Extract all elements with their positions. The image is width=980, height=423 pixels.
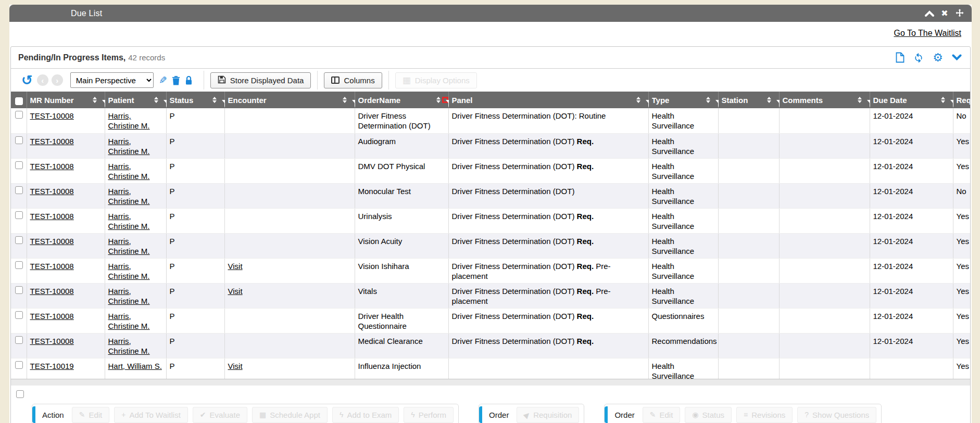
perspective-select[interactable]: Main Perspective	[70, 72, 154, 88]
nav-forward-button[interactable]: ›	[52, 74, 63, 86]
horizontal-scrollbar[interactable]	[11, 379, 970, 386]
row-checkbox[interactable]	[15, 211, 23, 219]
row-checkbox[interactable]	[15, 111, 23, 119]
columns-button[interactable]: Columns	[324, 72, 382, 88]
patient-link[interactable]: Harris, Christine M.	[108, 212, 150, 230]
trash-icon[interactable]	[172, 75, 180, 85]
column-header-mr-number[interactable]: MR Number	[27, 92, 105, 108]
cell-station	[718, 133, 779, 158]
gear-icon[interactable]: ⚙	[933, 53, 943, 63]
sort-icon[interactable]	[941, 97, 945, 103]
row-checkbox[interactable]	[15, 261, 23, 269]
button-label: Edit	[659, 411, 673, 419]
row-checkbox[interactable]	[15, 186, 23, 194]
mr-number-link[interactable]: TEST-10008	[30, 312, 74, 321]
mr-number-link[interactable]: TEST-10008	[30, 162, 74, 171]
column-header-status[interactable]: Status	[166, 92, 224, 108]
visit-link[interactable]: Visit	[228, 362, 243, 370]
sort-icon[interactable]	[858, 97, 862, 103]
close-icon[interactable]: ✖	[940, 9, 949, 18]
sort-icon[interactable]	[767, 97, 771, 103]
patient-link[interactable]: Harris, Christine M.	[108, 287, 150, 305]
row-checkbox[interactable]	[15, 161, 23, 169]
column-header-ordername[interactable]: OrderName	[355, 92, 448, 108]
cell-status: P	[166, 183, 224, 208]
select-all-footer-checkbox[interactable]	[16, 390, 24, 398]
patient-link[interactable]: Harris, Christine M.	[108, 162, 150, 181]
row-checkbox[interactable]	[15, 286, 23, 294]
sort-icon[interactable]	[343, 97, 347, 103]
undo-icon[interactable]: ↺	[21, 73, 33, 87]
show-questions-button[interactable]: ?Show Questions	[797, 407, 876, 423]
patient-link[interactable]: Harris, Christine M.	[108, 187, 150, 206]
sort-icon[interactable]	[636, 97, 640, 103]
column-header-patient[interactable]: Patient	[105, 92, 166, 108]
evaluate-button[interactable]: ✔Evaluate	[193, 407, 247, 423]
collapse-icon[interactable]	[925, 9, 934, 18]
mr-number-link[interactable]: TEST-10008	[30, 111, 74, 120]
row-checkbox[interactable]	[15, 236, 23, 244]
go-to-waitlist-link[interactable]: Go To The Waitlist	[894, 29, 961, 37]
mr-number-link[interactable]: TEST-10008	[30, 187, 74, 196]
select-all-checkbox[interactable]	[15, 97, 23, 105]
mr-number-link[interactable]: TEST-10008	[30, 262, 74, 271]
patient-link[interactable]: Harris, Christine M.	[108, 262, 150, 280]
add-to-exam-button[interactable]: ϟAdd to Exam	[332, 407, 399, 423]
sort-icon[interactable]	[436, 97, 441, 103]
cell-patient: Harris, Christine M.	[105, 233, 166, 258]
status-button[interactable]: ◉Status	[685, 407, 732, 423]
store-displayed-data-button[interactable]: Store Displayed Data	[210, 72, 311, 88]
patient-link[interactable]: Hart, William S.	[108, 362, 162, 370]
mr-number-link[interactable]: TEST-10008	[30, 237, 74, 246]
mr-number-link[interactable]: TEST-10008	[30, 287, 74, 296]
pencil-icon[interactable]: ✎	[159, 74, 167, 86]
mr-number-link[interactable]: TEST-10008	[30, 212, 74, 221]
revisions-button[interactable]: ≡Revisions	[736, 407, 793, 423]
mr-number-link[interactable]: TEST-10008	[30, 137, 74, 146]
lock-icon[interactable]	[185, 75, 193, 85]
row-checkbox[interactable]	[15, 361, 23, 369]
column-header-type[interactable]: Type	[648, 92, 718, 108]
patient-link[interactable]: Harris, Christine M.	[108, 337, 150, 355]
patient-link[interactable]: Harris, Christine M.	[108, 137, 150, 156]
refresh-icon[interactable]	[913, 53, 924, 63]
schedule-appt-button[interactable]: ▦Schedule Appt	[252, 407, 328, 423]
chevron-down-icon[interactable]	[952, 54, 962, 61]
nav-back-button[interactable]: ‹	[37, 74, 48, 86]
column-header-required[interactable]: Required	[953, 92, 970, 108]
column-header-comments[interactable]: Comments	[779, 92, 870, 108]
add-to-waitlist-button[interactable]: +Add To Waitlist	[114, 407, 188, 423]
toolbar: ↺ ‹ › Main Perspective ✎ Store Displayed…	[11, 69, 970, 92]
edit-button[interactable]: ✎Edit	[643, 407, 681, 423]
row-checkbox[interactable]	[15, 336, 23, 344]
edit-button[interactable]: ✎Edit	[72, 407, 110, 423]
patient-link[interactable]: Harris, Christine M.	[108, 312, 150, 330]
mr-number-link[interactable]: TEST-10019	[30, 362, 74, 370]
column-header-due-date[interactable]: Due Date	[870, 92, 953, 108]
new-document-icon[interactable]	[896, 52, 904, 63]
display-options-button[interactable]: ▦ Display Options	[395, 72, 477, 88]
sort-icon[interactable]	[212, 97, 217, 103]
sort-icon[interactable]	[706, 97, 710, 103]
column-header-station[interactable]: Station	[718, 92, 779, 108]
row-checkbox[interactable]	[15, 136, 23, 144]
column-header-panel[interactable]: Panel	[448, 92, 648, 108]
sort-icon[interactable]	[93, 97, 97, 103]
visit-link[interactable]: Visit	[228, 262, 243, 271]
requisition-button[interactable]: ▶Requisition	[517, 407, 579, 423]
move-icon[interactable]	[955, 9, 964, 18]
sort-icon[interactable]	[154, 97, 158, 103]
patient-link[interactable]: Harris, Christine M.	[108, 237, 150, 255]
mr-number-link[interactable]: TEST-10008	[30, 337, 74, 345]
toolbar-separator	[317, 71, 318, 89]
question-icon: ?	[805, 411, 809, 419]
row-checkbox-cell	[11, 158, 27, 183]
cell-status: P	[166, 208, 224, 233]
cell-comments	[779, 158, 870, 183]
visit-link[interactable]: Visit	[228, 287, 243, 296]
cell-status: P	[166, 308, 224, 333]
patient-link[interactable]: Harris, Christine M.	[108, 111, 150, 130]
perform-button[interactable]: ϟPerform	[404, 407, 454, 423]
row-checkbox[interactable]	[15, 311, 23, 319]
column-header-encounter[interactable]: Encounter	[224, 92, 355, 108]
